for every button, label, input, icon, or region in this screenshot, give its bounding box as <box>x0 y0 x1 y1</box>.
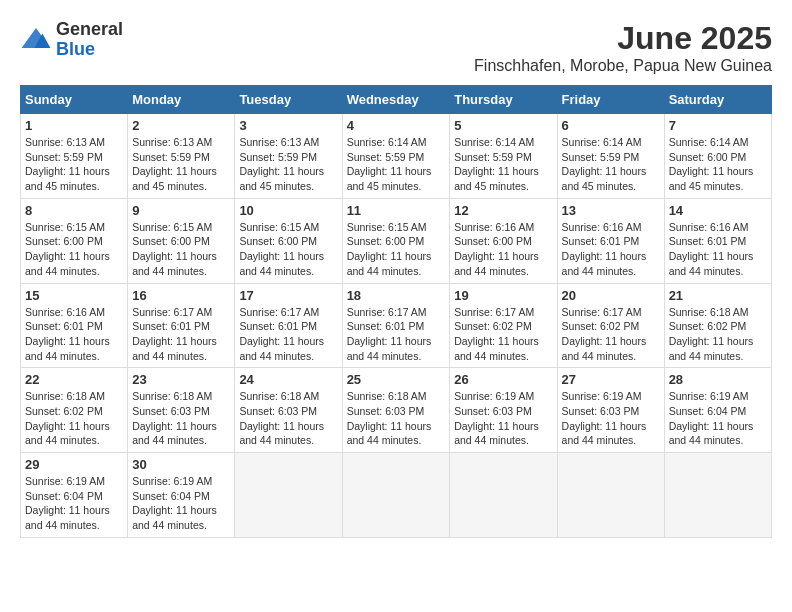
day-info: Sunrise: 6:18 AMSunset: 6:02 PMDaylight:… <box>25 390 110 446</box>
header-sunday: Sunday <box>21 86 128 114</box>
table-row: 13 Sunrise: 6:16 AMSunset: 6:01 PMDaylig… <box>557 198 664 283</box>
table-row: 11 Sunrise: 6:15 AMSunset: 6:00 PMDaylig… <box>342 198 450 283</box>
table-row: 2 Sunrise: 6:13 AMSunset: 5:59 PMDayligh… <box>128 114 235 199</box>
page-header: General Blue June 2025 Finschhafen, Moro… <box>20 20 772 75</box>
day-number: 9 <box>132 203 230 218</box>
day-info: Sunrise: 6:19 AMSunset: 6:03 PMDaylight:… <box>454 390 539 446</box>
table-row: 17 Sunrise: 6:17 AMSunset: 6:01 PMDaylig… <box>235 283 342 368</box>
table-row: 8 Sunrise: 6:15 AMSunset: 6:00 PMDayligh… <box>21 198 128 283</box>
day-number: 3 <box>239 118 337 133</box>
day-number: 28 <box>669 372 767 387</box>
calendar-week-row: 29 Sunrise: 6:19 AMSunset: 6:04 PMDaylig… <box>21 453 772 538</box>
day-info: Sunrise: 6:15 AMSunset: 6:00 PMDaylight:… <box>347 221 432 277</box>
day-number: 22 <box>25 372 123 387</box>
day-info: Sunrise: 6:17 AMSunset: 6:01 PMDaylight:… <box>347 306 432 362</box>
day-number: 11 <box>347 203 446 218</box>
table-row: 16 Sunrise: 6:17 AMSunset: 6:01 PMDaylig… <box>128 283 235 368</box>
calendar-week-row: 8 Sunrise: 6:15 AMSunset: 6:00 PMDayligh… <box>21 198 772 283</box>
table-row: 7 Sunrise: 6:14 AMSunset: 6:00 PMDayligh… <box>664 114 771 199</box>
day-info: Sunrise: 6:18 AMSunset: 6:03 PMDaylight:… <box>239 390 324 446</box>
table-row: 12 Sunrise: 6:16 AMSunset: 6:00 PMDaylig… <box>450 198 557 283</box>
day-info: Sunrise: 6:13 AMSunset: 5:59 PMDaylight:… <box>25 136 110 192</box>
day-info: Sunrise: 6:14 AMSunset: 5:59 PMDaylight:… <box>454 136 539 192</box>
table-row: 22 Sunrise: 6:18 AMSunset: 6:02 PMDaylig… <box>21 368 128 453</box>
day-number: 23 <box>132 372 230 387</box>
table-row: 30 Sunrise: 6:19 AMSunset: 6:04 PMDaylig… <box>128 453 235 538</box>
logo-icon <box>20 24 52 56</box>
table-row: 26 Sunrise: 6:19 AMSunset: 6:03 PMDaylig… <box>450 368 557 453</box>
table-row: 9 Sunrise: 6:15 AMSunset: 6:00 PMDayligh… <box>128 198 235 283</box>
calendar-week-row: 15 Sunrise: 6:16 AMSunset: 6:01 PMDaylig… <box>21 283 772 368</box>
table-row: 15 Sunrise: 6:16 AMSunset: 6:01 PMDaylig… <box>21 283 128 368</box>
table-row: 4 Sunrise: 6:14 AMSunset: 5:59 PMDayligh… <box>342 114 450 199</box>
header-friday: Friday <box>557 86 664 114</box>
calendar-week-row: 22 Sunrise: 6:18 AMSunset: 6:02 PMDaylig… <box>21 368 772 453</box>
day-info: Sunrise: 6:17 AMSunset: 6:01 PMDaylight:… <box>239 306 324 362</box>
table-row: 25 Sunrise: 6:18 AMSunset: 6:03 PMDaylig… <box>342 368 450 453</box>
main-title: June 2025 <box>474 20 772 57</box>
day-info: Sunrise: 6:17 AMSunset: 6:01 PMDaylight:… <box>132 306 217 362</box>
day-number: 21 <box>669 288 767 303</box>
day-number: 17 <box>239 288 337 303</box>
table-row: 20 Sunrise: 6:17 AMSunset: 6:02 PMDaylig… <box>557 283 664 368</box>
day-info: Sunrise: 6:15 AMSunset: 6:00 PMDaylight:… <box>132 221 217 277</box>
table-row: 3 Sunrise: 6:13 AMSunset: 5:59 PMDayligh… <box>235 114 342 199</box>
table-row: 27 Sunrise: 6:19 AMSunset: 6:03 PMDaylig… <box>557 368 664 453</box>
day-number: 12 <box>454 203 552 218</box>
day-info: Sunrise: 6:18 AMSunset: 6:03 PMDaylight:… <box>347 390 432 446</box>
table-row <box>557 453 664 538</box>
day-number: 16 <box>132 288 230 303</box>
day-info: Sunrise: 6:15 AMSunset: 6:00 PMDaylight:… <box>239 221 324 277</box>
table-row: 23 Sunrise: 6:18 AMSunset: 6:03 PMDaylig… <box>128 368 235 453</box>
table-row <box>342 453 450 538</box>
day-number: 10 <box>239 203 337 218</box>
header-monday: Monday <box>128 86 235 114</box>
day-info: Sunrise: 6:19 AMSunset: 6:04 PMDaylight:… <box>669 390 754 446</box>
day-number: 4 <box>347 118 446 133</box>
day-number: 7 <box>669 118 767 133</box>
header-saturday: Saturday <box>664 86 771 114</box>
day-number: 29 <box>25 457 123 472</box>
logo-blue-text: Blue <box>56 40 123 60</box>
table-row: 1 Sunrise: 6:13 AMSunset: 5:59 PMDayligh… <box>21 114 128 199</box>
subtitle: Finschhafen, Morobe, Papua New Guinea <box>474 57 772 75</box>
table-row: 18 Sunrise: 6:17 AMSunset: 6:01 PMDaylig… <box>342 283 450 368</box>
day-number: 24 <box>239 372 337 387</box>
day-number: 19 <box>454 288 552 303</box>
table-row: 6 Sunrise: 6:14 AMSunset: 5:59 PMDayligh… <box>557 114 664 199</box>
table-row <box>664 453 771 538</box>
table-row: 28 Sunrise: 6:19 AMSunset: 6:04 PMDaylig… <box>664 368 771 453</box>
day-info: Sunrise: 6:19 AMSunset: 6:03 PMDaylight:… <box>562 390 647 446</box>
calendar-table: Sunday Monday Tuesday Wednesday Thursday… <box>20 85 772 538</box>
day-number: 6 <box>562 118 660 133</box>
header-wednesday: Wednesday <box>342 86 450 114</box>
day-info: Sunrise: 6:17 AMSunset: 6:02 PMDaylight:… <box>454 306 539 362</box>
table-row: 14 Sunrise: 6:16 AMSunset: 6:01 PMDaylig… <box>664 198 771 283</box>
day-number: 1 <box>25 118 123 133</box>
logo-general-text: General <box>56 20 123 40</box>
table-row: 29 Sunrise: 6:19 AMSunset: 6:04 PMDaylig… <box>21 453 128 538</box>
day-info: Sunrise: 6:16 AMSunset: 6:01 PMDaylight:… <box>25 306 110 362</box>
day-info: Sunrise: 6:14 AMSunset: 6:00 PMDaylight:… <box>669 136 754 192</box>
day-number: 18 <box>347 288 446 303</box>
table-row: 21 Sunrise: 6:18 AMSunset: 6:02 PMDaylig… <box>664 283 771 368</box>
day-info: Sunrise: 6:13 AMSunset: 5:59 PMDaylight:… <box>132 136 217 192</box>
day-info: Sunrise: 6:13 AMSunset: 5:59 PMDaylight:… <box>239 136 324 192</box>
logo: General Blue <box>20 20 123 60</box>
calendar-week-row: 1 Sunrise: 6:13 AMSunset: 5:59 PMDayligh… <box>21 114 772 199</box>
calendar-header-row: Sunday Monday Tuesday Wednesday Thursday… <box>21 86 772 114</box>
day-info: Sunrise: 6:16 AMSunset: 6:01 PMDaylight:… <box>562 221 647 277</box>
table-row: 24 Sunrise: 6:18 AMSunset: 6:03 PMDaylig… <box>235 368 342 453</box>
table-row <box>450 453 557 538</box>
day-number: 13 <box>562 203 660 218</box>
day-info: Sunrise: 6:17 AMSunset: 6:02 PMDaylight:… <box>562 306 647 362</box>
day-info: Sunrise: 6:16 AMSunset: 6:01 PMDaylight:… <box>669 221 754 277</box>
day-info: Sunrise: 6:15 AMSunset: 6:00 PMDaylight:… <box>25 221 110 277</box>
day-number: 27 <box>562 372 660 387</box>
day-info: Sunrise: 6:16 AMSunset: 6:00 PMDaylight:… <box>454 221 539 277</box>
day-info: Sunrise: 6:14 AMSunset: 5:59 PMDaylight:… <box>347 136 432 192</box>
day-number: 15 <box>25 288 123 303</box>
day-info: Sunrise: 6:19 AMSunset: 6:04 PMDaylight:… <box>132 475 217 531</box>
day-info: Sunrise: 6:14 AMSunset: 5:59 PMDaylight:… <box>562 136 647 192</box>
day-number: 2 <box>132 118 230 133</box>
